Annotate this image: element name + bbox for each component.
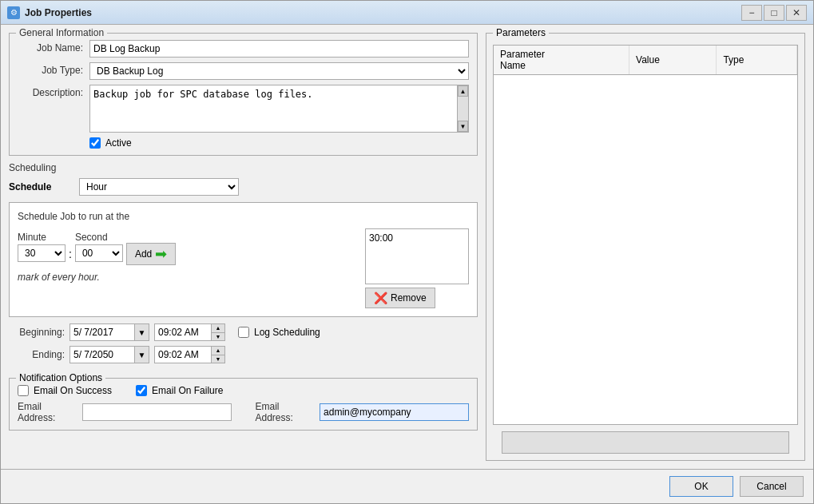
email-success-field-wrap: Email Address:: [18, 401, 232, 423]
second-select[interactable]: 001020304050: [75, 244, 123, 262]
beginning-label: Beginning:: [9, 327, 65, 338]
schedule-left: Minute 30 0005101520253540455055 : Secon…: [18, 228, 357, 283]
email-success-label[interactable]: Email On Success: [34, 385, 112, 396]
schedule-right: 30:00 ❌ Remove: [365, 228, 469, 308]
active-checkbox[interactable]: [89, 137, 101, 149]
job-name-input[interactable]: [89, 40, 469, 58]
schedule-row: Schedule Hour Day Week Month: [9, 178, 478, 196]
second-label: Second: [75, 232, 123, 243]
ending-time-input[interactable]: ▲ ▼: [154, 346, 225, 363]
description-row: Description: Backup job for SPC database…: [18, 85, 469, 133]
window-body: General Information Job Name: Job Type: …: [1, 25, 813, 469]
notification-section: Notification Options Email On Success Em…: [9, 378, 478, 431]
cancel-button[interactable]: Cancel: [740, 476, 804, 497]
minute-second-row: Minute 30 0005101520253540455055 : Secon…: [18, 228, 357, 265]
email-address-row: Email Address: Email Address:: [18, 401, 469, 423]
minute-label: Minute: [18, 232, 66, 243]
parameters-title: Parameters: [493, 27, 549, 38]
scroll-down-btn[interactable]: ▼: [458, 121, 468, 132]
description-label: Description:: [18, 85, 89, 98]
params-btn-area: [493, 431, 798, 454]
log-scheduling-label[interactable]: Log Scheduling: [254, 327, 320, 338]
remove-icon: ❌: [374, 292, 387, 304]
beginning-calendar-btn[interactable]: ▼: [134, 324, 149, 340]
time-entry: 30:00: [369, 232, 465, 244]
remove-time-button[interactable]: ❌ Remove: [365, 288, 435, 308]
beginning-date-field[interactable]: [70, 324, 134, 340]
end-time-spin-down[interactable]: ▼: [212, 355, 224, 363]
email-failure-checkbox[interactable]: [136, 385, 147, 396]
scroll-up-btn[interactable]: ▲: [458, 85, 468, 97]
time-spin-down[interactable]: ▼: [212, 333, 224, 341]
param-name-col-header: ParameterName: [494, 46, 629, 75]
param-type-col-header: Type: [717, 46, 797, 75]
notification-check-row: Email On Success Email On Failure: [18, 385, 469, 396]
general-information-group: General Information Job Name: Job Type: …: [9, 33, 478, 156]
minimize-button[interactable]: −: [741, 5, 762, 21]
left-panel: General Information Job Name: Job Type: …: [9, 33, 478, 461]
beginning-row: Beginning: ▼ ▲ ▼ Log Schedul: [9, 323, 478, 341]
description-textarea[interactable]: Backup job for SPC database log files.: [89, 85, 458, 133]
email-success-checkbox[interactable]: [18, 385, 29, 396]
beginning-time-field[interactable]: [155, 324, 211, 340]
description-scrollbar: ▲ ▼: [458, 85, 469, 133]
close-button[interactable]: ✕: [786, 5, 807, 21]
active-row: Active: [89, 137, 469, 149]
window-title: Job Properties: [25, 7, 741, 18]
minute-select[interactable]: 30 0005101520253540455055: [18, 244, 66, 262]
parameters-table-container: ParameterName Value Type: [493, 45, 798, 425]
ending-date-input[interactable]: ▼: [69, 346, 149, 363]
active-label[interactable]: Active: [105, 137, 132, 149]
schedule-field-label: Schedule: [9, 181, 73, 192]
ending-calendar-btn[interactable]: ▼: [134, 347, 149, 363]
ending-label: Ending:: [9, 349, 65, 360]
title-bar-buttons: − □ ✕: [741, 5, 807, 21]
params-action-button[interactable]: [502, 431, 789, 454]
time-spin-up[interactable]: ▲: [212, 324, 224, 333]
beginning-date-input[interactable]: ▼: [69, 323, 149, 341]
parameters-group: Parameters ParameterName Value Type: [486, 33, 805, 461]
email-success-addr-label: Email Address:: [18, 401, 77, 423]
general-info-title: General Information: [16, 27, 107, 38]
beginning-time-spinner: ▲ ▼: [211, 324, 224, 340]
email-failure-input[interactable]: [320, 403, 469, 421]
email-failure-label[interactable]: Email On Failure: [152, 385, 223, 396]
window-icon: ⚙: [7, 6, 20, 19]
scheduling-section: Scheduling Schedule Hour Day Week Month …: [9, 162, 478, 368]
job-type-row: Job Type: DB Backup Log DB Backup Full C…: [18, 62, 469, 80]
schedule-inner-box: Schedule Job to run at the Minute 30 000…: [9, 202, 478, 317]
schedule-select[interactable]: Hour Day Week Month: [79, 178, 239, 196]
email-success-input[interactable]: [82, 403, 232, 421]
email-success-check-group: Email On Success: [18, 385, 112, 396]
schedule-header-text: Schedule Job to run at the: [18, 211, 469, 222]
job-name-label: Job Name:: [18, 40, 89, 54]
window-footer: OK Cancel: [1, 469, 813, 503]
beginning-time-input[interactable]: ▲ ▼: [154, 323, 225, 341]
arrow-right-icon: ➡: [155, 245, 167, 263]
email-failure-check-group: Email On Failure: [136, 385, 223, 396]
ok-button[interactable]: OK: [669, 476, 733, 497]
times-list[interactable]: 30:00: [365, 228, 469, 284]
email-failure-addr-label: Email Address:: [256, 401, 316, 423]
parameters-table: ParameterName Value Type: [494, 46, 797, 75]
job-type-select[interactable]: DB Backup Log DB Backup Full Custom: [89, 62, 469, 80]
log-scheduling-checkbox[interactable]: [238, 327, 249, 338]
schedule-inner-content: Minute 30 0005101520253540455055 : Secon…: [18, 228, 469, 308]
job-name-row: Job Name:: [18, 40, 469, 58]
title-bar: ⚙ Job Properties − □ ✕: [1, 1, 813, 25]
end-time-spin-up[interactable]: ▲: [212, 347, 224, 355]
remove-label: Remove: [391, 292, 427, 304]
notification-title: Notification Options: [16, 372, 105, 383]
maximize-button[interactable]: □: [764, 5, 784, 21]
mark-text: mark of every hour.: [18, 272, 357, 283]
ending-time-spinner: ▲ ▼: [211, 347, 224, 363]
ending-date-field[interactable]: [70, 347, 134, 363]
job-properties-window: ⚙ Job Properties − □ ✕ General Informati…: [0, 0, 814, 504]
job-type-label: Job Type:: [18, 62, 89, 76]
ending-row: Ending: ▼ ▲ ▼: [9, 346, 478, 363]
add-label: Add: [135, 248, 152, 260]
ending-time-field[interactable]: [155, 347, 211, 363]
add-time-button[interactable]: Add ➡: [126, 243, 176, 265]
email-failure-field-wrap: Email Address:: [256, 401, 470, 423]
log-scheduling-row: Log Scheduling: [238, 327, 320, 338]
